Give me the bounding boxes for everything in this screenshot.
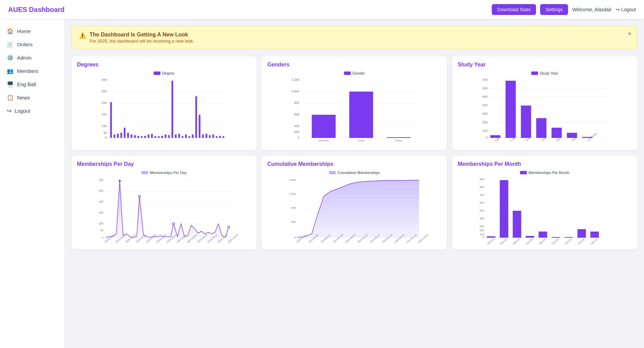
alert-banner: ⚠️ The Dashboard Is Getting A New Look F… [72,26,637,49]
svg-text:250: 250 [101,90,107,93]
degrees-legend-label: Degree [162,71,174,75]
genders-legend-label: Gender [352,71,365,75]
svg-text:2024-03-05: 2024-03-05 [146,234,157,243]
svg-text:Seventh Year and Above: Seventh Year and Above [576,132,597,141]
charts-grid: Degrees Degree 300 250 200 150 100 50 0 [72,56,637,250]
svg-text:Other: Other [395,139,403,141]
svg-text:2024-07: 2024-07 [564,238,572,244]
svg-text:2024-06: 2024-06 [551,238,559,244]
layout: 🏠 Home 🛒 Orders ⚙️ Admin 👥 Members 🖥️ En… [0,19,644,348]
logout-icon: ↪ [616,7,620,12]
sidebar-item-news[interactable]: 📋 News [0,91,64,104]
svg-rect-32 [175,135,177,138]
svg-text:900: 900 [480,178,484,181]
svg-text:500: 500 [480,209,484,212]
svg-text:700: 700 [480,193,484,196]
settings-button[interactable]: Settings [540,4,568,15]
welcome-text: Welcome, Alasdair [572,7,612,12]
svg-rect-19 [131,135,132,138]
sidebar-label-orders: Orders [17,42,33,47]
degrees-legend: Degree [77,71,251,75]
members-icon: 👥 [7,68,14,74]
sidebar-item-eng-ball[interactable]: 🖥️ Eng Ball [0,78,64,91]
svg-text:800: 800 [294,101,299,105]
sidebar-item-orders[interactable]: 🛒 Orders [0,38,64,51]
sidebar-item-logout[interactable]: ↪ Logout [0,104,64,117]
sidebar-item-home[interactable]: 🏠 Home [0,25,64,38]
mpd-legend-box [141,171,148,174]
svg-text:300: 300 [101,78,107,81]
svg-text:600: 600 [482,86,487,90]
svg-text:200: 200 [294,130,299,133]
svg-rect-25 [151,134,153,138]
svg-rect-21 [138,136,139,138]
svg-rect-33 [178,134,180,138]
svg-point-110 [139,195,141,197]
svg-text:300: 300 [99,178,104,181]
svg-text:1,000: 1,000 [292,90,299,93]
svg-text:800: 800 [291,206,296,209]
alert-close-button[interactable]: × [628,30,631,37]
per-month-chart-card: Memberships Per Month Memberships Per Mo… [452,156,637,250]
cumulative-chart: 1,600 1,200 800 400 0 [267,176,441,244]
svg-text:400: 400 [291,220,296,223]
sidebar-item-admin[interactable]: ⚙️ Admin [0,51,64,64]
svg-text:600: 600 [294,113,299,116]
svg-text:1,200: 1,200 [289,192,296,195]
svg-rect-39 [199,115,201,138]
svg-point-111 [173,223,175,225]
sidebar-label-admin: Admin [17,55,32,61]
svg-rect-22 [141,136,143,138]
mpd-legend-label: Memberships Per Day [150,171,187,175]
degrees-chart: 300 250 200 150 100 50 0 [77,77,251,145]
home-icon: 🏠 [7,28,14,34]
cumulative-legend-box [329,171,336,174]
sidebar-label-logout: Logout [15,108,30,114]
degrees-chart-card: Degrees Degree 300 250 200 150 100 50 0 [72,56,256,150]
svg-rect-42 [209,135,211,138]
news-icon: 📋 [7,94,14,101]
svg-text:2024-03-10: 2024-03-10 [156,234,167,243]
svg-rect-176 [578,229,586,238]
cumulative-legend-label: Cumulative Memberships [337,171,380,175]
alert-subtitle: For 2025, the dashboard will be receivin… [90,38,194,44]
svg-rect-37 [192,135,194,138]
svg-text:100: 100 [480,233,484,236]
download-stats-button[interactable]: Download Stats [492,4,536,15]
svg-text:2024-08: 2024-08 [577,238,585,244]
svg-text:250: 250 [99,189,104,192]
svg-text:2024-01-24: 2024-01-24 [104,234,115,243]
memberships-per-day-chart: 300 250 200 150 100 50 0 [77,176,251,244]
cumulative-chart-card: Cumulative Memberships Cumulative Member… [262,156,447,250]
svg-text:100: 100 [482,129,487,132]
svg-rect-178 [591,232,599,238]
svg-text:200: 200 [99,200,104,203]
svg-text:2024-10: 2024-10 [590,238,598,244]
svg-text:800: 800 [480,186,484,189]
degrees-chart-title: Degrees [77,62,251,68]
study-year-chart: 700 600 500 400 300 200 100 0 [458,77,632,145]
svg-text:Male: Male [358,139,365,141]
svg-text:2024-01: 2024-01 [486,238,494,244]
svg-rect-14 [114,135,115,138]
svg-rect-34 [182,136,184,138]
svg-rect-166 [513,211,521,238]
svg-rect-88 [536,118,547,138]
svg-rect-45 [219,136,221,138]
logout-link[interactable]: ↪ Logout [616,7,636,12]
svg-text:0: 0 [483,236,484,239]
alert-title: The Dashboard Is Getting A New Look [90,32,194,38]
sidebar-item-members[interactable]: 👥 Members [0,64,64,78]
svg-rect-15 [117,134,119,138]
svg-text:200: 200 [480,229,484,232]
svg-text:400: 400 [294,124,299,128]
header-actions: Download Stats Settings Welcome, Alasdai… [492,4,636,15]
degrees-legend-box [154,72,160,75]
svg-rect-27 [158,136,160,138]
svg-rect-30 [168,135,170,138]
orders-icon: 🛒 [7,41,14,48]
svg-text:400: 400 [480,217,484,220]
svg-text:500: 500 [482,95,487,98]
svg-rect-172 [552,237,560,238]
svg-text:2024-03: 2024-03 [512,238,520,244]
